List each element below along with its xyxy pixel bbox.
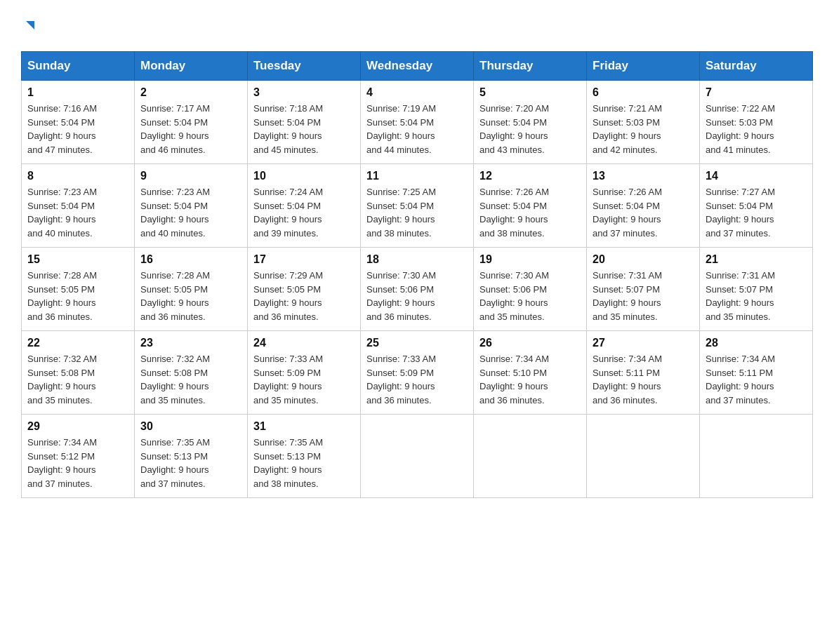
day-number: 14 <box>706 170 807 182</box>
daylight-minutes: and 43 minutes. <box>479 145 545 155</box>
daylight-label: Daylight: 9 hours <box>253 214 322 224</box>
daylight-minutes: and 40 minutes. <box>140 228 206 239</box>
sunrise-label: Sunrise: 7:18 AM <box>253 103 323 114</box>
sunset-label: Sunset: 5:09 PM <box>253 368 321 378</box>
day-number: 21 <box>706 253 807 266</box>
daylight-minutes: and 41 minutes. <box>706 145 771 155</box>
day-info: Sunrise: 7:28 AM Sunset: 5:05 PM Dayligh… <box>27 269 128 323</box>
day-info: Sunrise: 7:18 AM Sunset: 5:04 PM Dayligh… <box>253 102 355 156</box>
calendar-day-cell: 16 Sunrise: 7:28 AM Sunset: 5:05 PM Dayl… <box>135 248 248 331</box>
weekday-header-friday: Friday <box>587 52 700 81</box>
day-info: Sunrise: 7:23 AM Sunset: 5:04 PM Dayligh… <box>140 185 241 240</box>
daylight-minutes: and 35 minutes. <box>706 311 771 322</box>
daylight-minutes: and 35 minutes. <box>479 311 545 322</box>
sunrise-label: Sunrise: 7:23 AM <box>27 187 97 197</box>
sunrise-label: Sunrise: 7:30 AM <box>366 270 436 281</box>
day-number: 11 <box>366 170 468 182</box>
daylight-minutes: and 47 minutes. <box>27 145 93 155</box>
calendar-day-cell: 8 Sunrise: 7:23 AM Sunset: 5:04 PM Dayli… <box>22 164 135 248</box>
sunset-label: Sunset: 5:06 PM <box>479 284 547 295</box>
day-number: 9 <box>140 170 241 182</box>
day-number: 24 <box>253 337 355 349</box>
day-info: Sunrise: 7:31 AM Sunset: 5:07 PM Dayligh… <box>593 269 694 323</box>
sunset-label: Sunset: 5:05 PM <box>253 284 321 295</box>
weekday-header-sunday: Sunday <box>22 52 135 81</box>
daylight-minutes: and 46 minutes. <box>140 145 206 155</box>
daylight-label: Daylight: 9 hours <box>140 130 209 141</box>
daylight-minutes: and 38 minutes. <box>479 228 545 239</box>
daylight-label: Daylight: 9 hours <box>366 214 435 224</box>
daylight-minutes: and 37 minutes. <box>706 228 771 239</box>
calendar-day-cell: 4 Sunrise: 7:19 AM Sunset: 5:04 PM Dayli… <box>361 81 474 164</box>
sunrise-label: Sunrise: 7:16 AM <box>27 103 97 114</box>
daylight-label: Daylight: 9 hours <box>140 464 209 475</box>
day-info: Sunrise: 7:25 AM Sunset: 5:04 PM Dayligh… <box>366 185 468 240</box>
day-info: Sunrise: 7:22 AM Sunset: 5:03 PM Dayligh… <box>706 102 807 156</box>
calendar-day-cell: 27 Sunrise: 7:34 AM Sunset: 5:11 PM Dayl… <box>587 331 700 415</box>
daylight-minutes: and 44 minutes. <box>366 145 432 155</box>
daylight-minutes: and 45 minutes. <box>253 145 319 155</box>
calendar-day-cell: 31 Sunrise: 7:35 AM Sunset: 5:13 PM Dayl… <box>248 415 361 498</box>
sunset-label: Sunset: 5:08 PM <box>27 368 95 378</box>
sunset-label: Sunset: 5:04 PM <box>479 117 547 128</box>
sunrise-label: Sunrise: 7:21 AM <box>593 103 662 114</box>
calendar-day-cell: 24 Sunrise: 7:33 AM Sunset: 5:09 PM Dayl… <box>248 331 361 415</box>
calendar-day-cell: 7 Sunrise: 7:22 AM Sunset: 5:03 PM Dayli… <box>700 81 813 164</box>
calendar-day-cell: 28 Sunrise: 7:34 AM Sunset: 5:11 PM Dayl… <box>700 331 813 415</box>
day-info: Sunrise: 7:30 AM Sunset: 5:06 PM Dayligh… <box>479 269 581 323</box>
day-info: Sunrise: 7:33 AM Sunset: 5:09 PM Dayligh… <box>253 352 355 407</box>
day-number: 29 <box>27 420 128 433</box>
daylight-minutes: and 38 minutes. <box>253 478 319 489</box>
daylight-label: Daylight: 9 hours <box>479 214 548 224</box>
day-number: 18 <box>366 253 468 266</box>
daylight-label: Daylight: 9 hours <box>706 381 774 391</box>
daylight-minutes: and 37 minutes. <box>706 395 771 405</box>
calendar-day-cell <box>361 415 474 498</box>
calendar-day-cell: 17 Sunrise: 7:29 AM Sunset: 5:05 PM Dayl… <box>248 248 361 331</box>
daylight-label: Daylight: 9 hours <box>366 381 435 391</box>
day-info: Sunrise: 7:26 AM Sunset: 5:04 PM Dayligh… <box>593 185 694 240</box>
sunset-label: Sunset: 5:11 PM <box>706 368 773 378</box>
daylight-label: Daylight: 9 hours <box>593 214 661 224</box>
daylight-label: Daylight: 9 hours <box>593 130 661 141</box>
calendar-table: SundayMondayTuesdayWednesdayThursdayFrid… <box>21 51 813 498</box>
sunrise-label: Sunrise: 7:30 AM <box>479 270 549 281</box>
calendar-day-cell: 12 Sunrise: 7:26 AM Sunset: 5:04 PM Dayl… <box>474 164 587 248</box>
calendar-day-cell: 19 Sunrise: 7:30 AM Sunset: 5:06 PM Dayl… <box>474 248 587 331</box>
day-number: 25 <box>366 337 468 349</box>
logo-triangle-icon <box>23 15 36 37</box>
daylight-label: Daylight: 9 hours <box>706 130 774 141</box>
day-number: 22 <box>27 337 128 349</box>
day-number: 17 <box>253 253 355 266</box>
sunrise-label: Sunrise: 7:26 AM <box>593 187 662 197</box>
daylight-label: Daylight: 9 hours <box>140 381 209 391</box>
calendar-week-row: 22 Sunrise: 7:32 AM Sunset: 5:08 PM Dayl… <box>22 331 813 415</box>
sunset-label: Sunset: 5:09 PM <box>366 368 434 378</box>
day-info: Sunrise: 7:26 AM Sunset: 5:04 PM Dayligh… <box>479 185 581 240</box>
sunset-label: Sunset: 5:05 PM <box>27 284 95 295</box>
daylight-minutes: and 36 minutes. <box>593 395 658 405</box>
logo <box>21 17 36 39</box>
day-info: Sunrise: 7:16 AM Sunset: 5:04 PM Dayligh… <box>27 102 128 156</box>
daylight-label: Daylight: 9 hours <box>27 214 96 224</box>
daylight-label: Daylight: 9 hours <box>253 464 322 475</box>
day-number: 12 <box>479 170 581 182</box>
daylight-minutes: and 37 minutes. <box>27 478 93 489</box>
daylight-minutes: and 37 minutes. <box>140 478 206 489</box>
sunrise-label: Sunrise: 7:28 AM <box>140 270 210 281</box>
daylight-minutes: and 42 minutes. <box>593 145 658 155</box>
daylight-label: Daylight: 9 hours <box>366 130 435 141</box>
day-number: 13 <box>593 170 694 182</box>
day-info: Sunrise: 7:23 AM Sunset: 5:04 PM Dayligh… <box>27 185 128 240</box>
daylight-label: Daylight: 9 hours <box>479 130 548 141</box>
sunset-label: Sunset: 5:04 PM <box>706 201 773 211</box>
day-info: Sunrise: 7:34 AM Sunset: 5:10 PM Dayligh… <box>479 352 581 407</box>
sunrise-label: Sunrise: 7:35 AM <box>253 437 323 448</box>
day-info: Sunrise: 7:21 AM Sunset: 5:03 PM Dayligh… <box>593 102 694 156</box>
sunrise-label: Sunrise: 7:34 AM <box>706 354 775 364</box>
logo-general <box>21 17 36 39</box>
day-info: Sunrise: 7:20 AM Sunset: 5:04 PM Dayligh… <box>479 102 581 156</box>
calendar-day-cell: 14 Sunrise: 7:27 AM Sunset: 5:04 PM Dayl… <box>700 164 813 248</box>
calendar-day-cell: 5 Sunrise: 7:20 AM Sunset: 5:04 PM Dayli… <box>474 81 587 164</box>
calendar-day-cell: 11 Sunrise: 7:25 AM Sunset: 5:04 PM Dayl… <box>361 164 474 248</box>
